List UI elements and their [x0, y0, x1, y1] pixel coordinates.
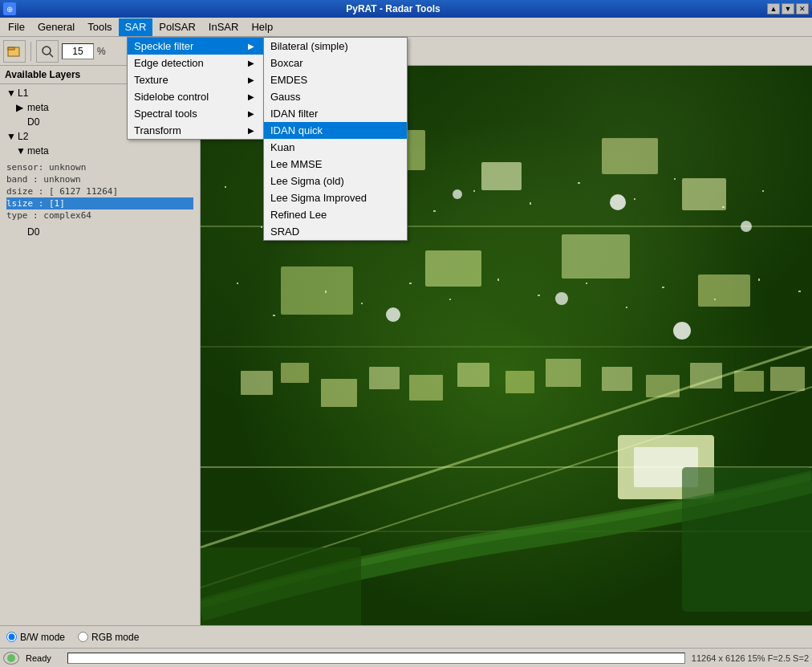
- menu-file[interactable]: File: [2, 18, 31, 36]
- menu-polsar[interactable]: PolSAR: [152, 18, 202, 36]
- toggle-l2[interactable]: ▼: [6, 131, 16, 142]
- window-controls: ▲ ▼ ✕: [767, 3, 809, 14]
- edge-detection-label: Edge detection: [134, 57, 204, 69]
- minimize-btn[interactable]: ▲: [767, 3, 780, 14]
- menu-transform[interactable]: Transform ▶: [128, 122, 270, 139]
- menu-boxcar[interactable]: Boxcar: [264, 55, 407, 71]
- svg-rect-1: [8, 47, 14, 50]
- svg-rect-48: [261, 226, 262, 228]
- svg-rect-70: [662, 287, 664, 288]
- svg-point-38: [610, 194, 626, 210]
- gauss-label: Gauss: [270, 91, 301, 103]
- svg-line-3: [50, 54, 53, 57]
- idan-filter-label: IDAN filter: [270, 108, 318, 120]
- left-panel: Available Layers ▼ L1 ▶ meta: [0, 66, 201, 625]
- submenu-arrow-edge: ▶: [248, 59, 254, 67]
- zoom-input[interactable]: [62, 43, 94, 59]
- menu-srad[interactable]: SRAD: [264, 223, 407, 240]
- maximize-btn[interactable]: ▼: [782, 3, 794, 14]
- label-l2: L2: [18, 131, 28, 142]
- menu-sidelobe[interactable]: Sidelobe control ▶: [128, 88, 270, 105]
- svg-rect-47: [225, 186, 226, 188]
- svg-rect-67: [538, 295, 540, 296]
- mode-bar: B/W mode RGB mode: [0, 625, 812, 648]
- menu-lee-mmse[interactable]: Lee MMSE: [264, 156, 407, 173]
- svg-rect-20: [425, 250, 481, 287]
- menu-edge-detection[interactable]: Edge detection ▶: [128, 55, 270, 71]
- speckle-submenu: Bilateral (simple) Boxcar EMDES Gauss ID…: [263, 37, 408, 241]
- menu-lee-sigma-old[interactable]: Lee Sigma (old): [264, 173, 407, 189]
- svg-rect-35: [770, 367, 805, 391]
- menu-general[interactable]: General: [31, 18, 81, 36]
- svg-rect-57: [674, 178, 676, 180]
- svg-rect-31: [602, 367, 632, 391]
- svg-rect-16: [481, 162, 522, 190]
- tree-item-d0-2[interactable]: D0: [0, 225, 200, 239]
- open-button[interactable]: [3, 40, 26, 63]
- svg-point-40: [386, 307, 400, 322]
- menu-help[interactable]: Help: [245, 18, 279, 36]
- menu-sar[interactable]: SAR: [119, 18, 153, 36]
- submenu-arrow-texture: ▶: [248, 75, 254, 84]
- svg-rect-62: [325, 291, 327, 293]
- svg-rect-55: [578, 182, 580, 184]
- submenu-arrow-spectral: ▶: [248, 109, 254, 118]
- prop-lsize[interactable]: lsize : [1]: [6, 197, 193, 209]
- menu-refined-lee[interactable]: Refined Lee: [264, 206, 407, 223]
- svg-point-42: [673, 322, 691, 340]
- menu-gauss[interactable]: Gauss: [264, 88, 407, 105]
- svg-point-39: [741, 221, 752, 232]
- idan-quick-label: IDAN quick: [270, 124, 323, 136]
- boxcar-label: Boxcar: [270, 57, 302, 69]
- lee-sigma-old-label: Lee Sigma (old): [270, 175, 344, 187]
- rgb-radio[interactable]: [78, 632, 88, 642]
- rgb-mode-group[interactable]: RGB mode: [78, 632, 139, 643]
- menu-texture[interactable]: Texture ▶: [128, 71, 270, 88]
- menu-bar: File General Tools SAR PolSAR InSAR Help: [0, 18, 812, 37]
- toggle-meta1[interactable]: ▶: [16, 102, 26, 113]
- svg-rect-22: [698, 275, 750, 307]
- menu-emdes[interactable]: EMDES: [264, 71, 407, 88]
- refined-lee-label: Refined Lee: [270, 209, 327, 221]
- svg-rect-23: [241, 371, 273, 395]
- svg-rect-46: [682, 467, 812, 612]
- menu-idan-quick[interactable]: IDAN quick: [264, 122, 407, 139]
- label-d0-1: D0: [27, 116, 39, 128]
- window-title: PyRAT - Radar Tools: [19, 3, 767, 14]
- menu-idan-filter[interactable]: IDAN filter: [264, 105, 407, 122]
- bw-mode-group[interactable]: B/W mode: [6, 632, 65, 643]
- svg-rect-21: [562, 234, 630, 279]
- svg-rect-60: [237, 283, 238, 284]
- rgb-label: RGB mode: [91, 632, 139, 643]
- menu-kuan[interactable]: Kuan: [264, 139, 407, 156]
- toggle-meta2[interactable]: ▼: [16, 145, 26, 157]
- svg-rect-17: [602, 138, 658, 174]
- svg-rect-24: [281, 363, 309, 383]
- bw-radio[interactable]: [6, 632, 17, 642]
- status-info: 11264 x 6126 15% F=2.5 S=2: [692, 653, 809, 663]
- svg-point-37: [453, 189, 462, 199]
- status-bar: Ready 11264 x 6126 15% F=2.5 S=2: [0, 648, 812, 667]
- zoom-button[interactable]: [36, 40, 59, 63]
- menu-lee-sigma-improved[interactable]: Lee Sigma Improved: [264, 189, 407, 206]
- speckle-filter-label: Speckle filter: [134, 40, 193, 52]
- app-icon: ⊕: [3, 2, 16, 15]
- close-btn[interactable]: ✕: [796, 3, 809, 14]
- menu-spectral[interactable]: Spectral tools ▶: [128, 105, 270, 122]
- tree-item-meta2[interactable]: ▼ meta: [0, 144, 200, 158]
- menu-bilateral[interactable]: Bilateral (simple): [264, 38, 407, 55]
- menu-insar[interactable]: InSAR: [202, 18, 246, 36]
- submenu-arrow-sidelobe: ▶: [248, 92, 254, 101]
- prop-type: type : complex64: [6, 209, 193, 222]
- label-meta1: meta: [27, 102, 49, 113]
- texture-label: Texture: [134, 74, 168, 86]
- menu-speckle-filter[interactable]: Speckle filter ▶: [128, 38, 270, 55]
- bw-label: B/W mode: [20, 632, 65, 643]
- svg-rect-63: [361, 303, 363, 304]
- label-d0-2: D0: [27, 226, 39, 238]
- label-meta2: meta: [27, 145, 49, 157]
- svg-point-2: [43, 47, 51, 55]
- svg-rect-29: [505, 371, 534, 393]
- toggle-l1[interactable]: ▼: [6, 87, 16, 99]
- menu-tools[interactable]: Tools: [81, 18, 118, 36]
